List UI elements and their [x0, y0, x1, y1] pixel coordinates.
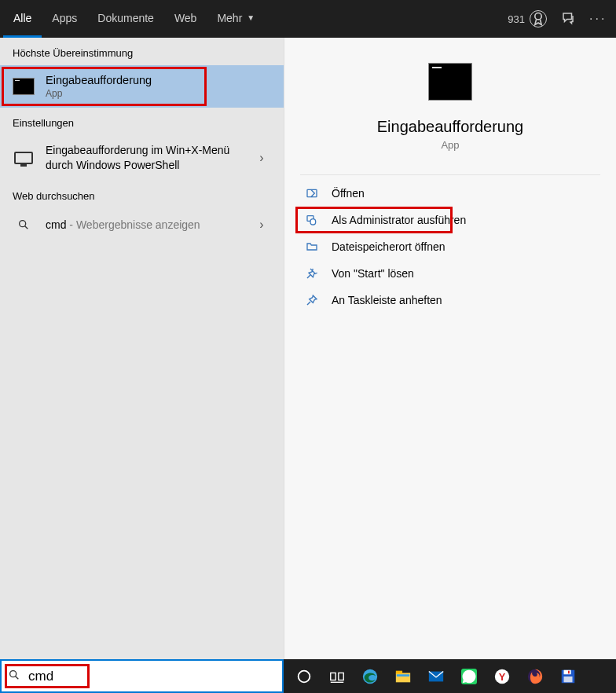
monitor-icon	[13, 149, 35, 167]
svg-line-6	[307, 302, 310, 305]
taskbar-app-whatsapp[interactable]	[453, 661, 485, 692]
tab-documents[interactable]: Dokumente	[87, 0, 164, 38]
pin-icon	[305, 293, 319, 307]
svg-point-9	[299, 670, 310, 682]
detail-title: Eingabeaufforderung	[377, 118, 523, 136]
section-web: Web durchsuchen	[0, 181, 284, 208]
action-unpin-start[interactable]: Von "Start" lösen	[284, 260, 616, 287]
section-settings: Einstellungen	[0, 108, 284, 135]
result-cmd-app[interactable]: Eingabeaufforderung App	[0, 65, 284, 108]
taskbar-app-mail[interactable]	[420, 661, 452, 692]
svg-rect-14	[396, 673, 410, 682]
cmd-icon	[13, 78, 35, 95]
search-scope-tabs: Alle Apps Dokumente Web Mehr ▼ 931 ···	[0, 0, 616, 38]
action-run-as-admin[interactable]: Als Administrator ausführen	[284, 207, 616, 233]
result-detail-pane: Eingabeaufforderung App Öffnen Als Admin…	[284, 38, 616, 659]
admin-shield-icon	[305, 213, 319, 227]
svg-rect-23	[564, 676, 573, 682]
action-open-location[interactable]: Dateispeicherort öffnen	[284, 233, 616, 260]
feedback-icon[interactable]	[561, 11, 575, 28]
rewards-icon	[530, 10, 547, 28]
svg-point-1	[20, 221, 26, 227]
svg-point-0	[535, 13, 541, 20]
open-icon	[305, 186, 319, 200]
taskbar-app-explorer[interactable]	[387, 661, 419, 692]
results-list: Höchste Übereinstimmung Eingabeaufforder…	[0, 38, 284, 659]
chevron-down-icon: ▼	[247, 13, 255, 22]
result-web-cmd[interactable]: cmd - Webergebnisse anzeigen ›	[0, 208, 284, 241]
tab-more[interactable]: Mehr ▼	[207, 0, 265, 38]
unpin-icon	[305, 266, 319, 280]
result-settings-winx[interactable]: Eingabeaufforderung im Win+X-Menü durch …	[0, 135, 284, 181]
tab-all[interactable]: Alle	[3, 0, 42, 38]
detail-subtitle: App	[441, 139, 459, 151]
taskbar-app-save[interactable]	[552, 661, 584, 692]
taskbar: Y	[284, 659, 616, 693]
svg-rect-22	[564, 669, 571, 674]
section-best-match: Höchste Übereinstimmung	[0, 38, 284, 65]
cmd-icon	[428, 63, 472, 101]
rewards-points[interactable]: 931	[508, 10, 547, 28]
taskbar-app-edge[interactable]	[354, 661, 386, 692]
more-options-icon[interactable]: ···	[589, 12, 603, 26]
svg-point-7	[10, 670, 16, 676]
chevron-right-icon: ›	[252, 218, 271, 232]
search-icon	[13, 216, 35, 233]
svg-line-8	[16, 676, 19, 679]
svg-text:Y: Y	[499, 670, 506, 682]
svg-rect-16	[397, 674, 410, 676]
svg-rect-11	[339, 673, 343, 680]
search-box[interactable]	[0, 659, 284, 693]
action-open[interactable]: Öffnen	[284, 180, 616, 207]
taskview-icon[interactable]	[321, 661, 353, 692]
tab-web[interactable]: Web	[164, 0, 207, 38]
taskbar-app-yandex[interactable]: Y	[486, 661, 518, 692]
svg-rect-15	[396, 670, 402, 673]
taskbar-app-firefox[interactable]	[519, 661, 551, 692]
search-icon	[8, 669, 20, 684]
chevron-right-icon: ›	[252, 151, 271, 165]
tab-apps[interactable]: Apps	[42, 0, 87, 38]
svg-rect-10	[331, 673, 336, 680]
search-input[interactable]	[28, 669, 276, 684]
svg-line-5	[307, 275, 310, 278]
action-pin-taskbar[interactable]: An Taskleiste anheften	[284, 287, 616, 314]
svg-line-2	[25, 226, 28, 229]
cortana-icon[interactable]	[288, 661, 320, 692]
folder-icon	[305, 240, 319, 254]
svg-rect-24	[568, 670, 570, 673]
